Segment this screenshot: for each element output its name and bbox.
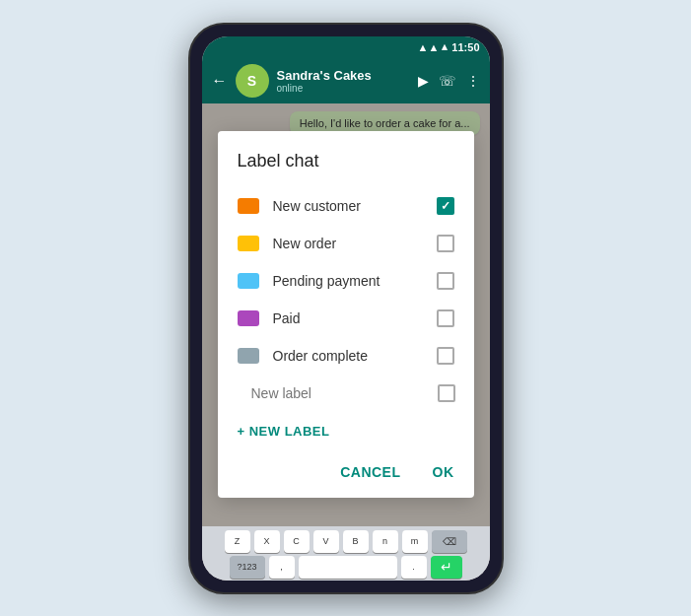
signal-icon: ▲▲ xyxy=(418,41,440,53)
back-button[interactable]: ← xyxy=(212,72,228,90)
phone-screen: ▲▲ ▴ 11:50 ← S Sandra's Cakes online ▶ ☏… xyxy=(202,36,490,581)
list-item-order-complete[interactable]: Order complete xyxy=(218,337,474,375)
label-text-new-order: New order xyxy=(273,236,423,251)
ok-button[interactable]: OK xyxy=(425,458,462,486)
status-bar: ▲▲ ▴ 11:50 xyxy=(202,36,490,58)
cancel-button[interactable]: CANCEL xyxy=(332,458,408,486)
key-v[interactable]: V xyxy=(313,530,339,553)
contact-name: Sandra's Cakes xyxy=(277,68,410,83)
key-z[interactable]: Z xyxy=(225,530,250,553)
list-item-paid[interactable]: Paid xyxy=(218,300,474,337)
checkbox-new-customer[interactable] xyxy=(437,197,454,215)
modal-title: Label chat xyxy=(218,151,474,187)
label-tag-gray xyxy=(238,348,259,364)
keyboard-row-2: ?123 , . ↵ xyxy=(206,556,486,579)
label-text-paid: Paid xyxy=(273,310,423,326)
modal-overlay: Label chat New customer New order xyxy=(202,103,490,526)
checkbox-pending-payment[interactable] xyxy=(437,272,454,290)
key-c[interactable]: C xyxy=(284,530,310,553)
chat-area: Hello, I'd like to order a cake for a...… xyxy=(202,103,490,526)
label-text-new-customer: New customer xyxy=(273,198,423,214)
list-item-pending-payment[interactable]: Pending payment xyxy=(218,262,474,300)
label-text-order-complete: Order complete xyxy=(273,348,423,364)
wifi-icon: ▴ xyxy=(442,40,448,53)
label-tag-blue xyxy=(238,273,259,289)
add-new-label-button[interactable]: + NEW LABEL xyxy=(218,412,474,450)
label-tag-yellow xyxy=(238,236,259,251)
contact-info: Sandra's Cakes online xyxy=(277,68,410,94)
contact-status: online xyxy=(277,83,410,94)
key-b[interactable]: B xyxy=(343,530,369,553)
key-comma[interactable]: , xyxy=(269,556,295,579)
key-space[interactable] xyxy=(299,556,397,579)
video-icon[interactable]: ▶ xyxy=(418,73,429,89)
chat-header: ← S Sandra's Cakes online ▶ ☏ ⋮ xyxy=(202,58,490,103)
key-123[interactable]: ?123 xyxy=(230,556,265,579)
status-icons: ▲▲ ▴ xyxy=(418,40,449,53)
key-m[interactable]: m xyxy=(402,530,428,553)
key-n[interactable]: n xyxy=(373,530,398,553)
checkbox-order-complete[interactable] xyxy=(437,347,454,365)
list-item-new-customer[interactable]: New customer xyxy=(218,187,474,225)
phone-frame: ▲▲ ▴ 11:50 ← S Sandra's Cakes online ▶ ☏… xyxy=(188,23,504,594)
key-period[interactable]: . xyxy=(401,556,427,579)
label-tag-purple xyxy=(238,310,259,326)
checkbox-paid[interactable] xyxy=(437,309,454,327)
keyboard-row-1: Z X C V B n m ⌫ xyxy=(206,530,486,553)
status-time: 11:50 xyxy=(451,41,479,53)
checkbox-new-label[interactable] xyxy=(438,384,455,402)
label-chat-modal: Label chat New customer New order xyxy=(218,131,474,498)
header-icons: ▶ ☏ ⋮ xyxy=(418,73,480,89)
label-tag-orange xyxy=(238,198,259,214)
phone-icon[interactable]: ☏ xyxy=(439,73,456,89)
list-item-new-order[interactable]: New order xyxy=(218,225,474,262)
key-backspace[interactable]: ⌫ xyxy=(432,530,467,553)
checkbox-new-order[interactable] xyxy=(437,235,454,252)
avatar: S xyxy=(236,64,269,98)
new-label-input[interactable] xyxy=(251,385,424,401)
key-x[interactable]: X xyxy=(254,530,280,553)
list-item-new-label-input[interactable] xyxy=(218,375,474,412)
keyboard: Z X C V B n m ⌫ ?123 , . ↵ xyxy=(202,526,490,581)
label-text-pending-payment: Pending payment xyxy=(273,273,423,289)
more-icon[interactable]: ⋮ xyxy=(466,73,480,89)
key-enter[interactable]: ↵ xyxy=(431,556,462,579)
modal-actions: CANCEL OK xyxy=(218,450,474,498)
